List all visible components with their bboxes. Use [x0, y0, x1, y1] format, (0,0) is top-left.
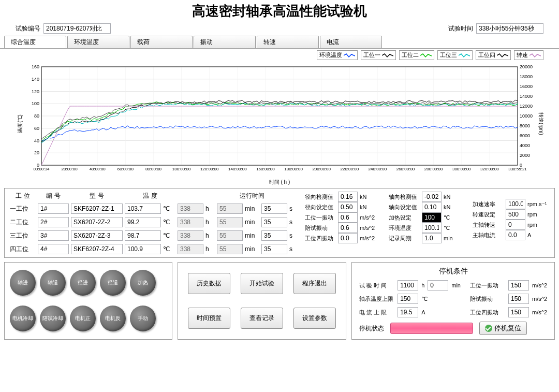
ws-model-input[interactable] [71, 244, 123, 254]
stop-row-4: 电 流 上 限A [359, 307, 461, 317]
measure-径向设定值: 径向设定值kN [305, 202, 381, 212]
stop-row-5: 工位四振动m/s^2 [470, 307, 547, 317]
cbtn-径退[interactable]: 径退 [100, 270, 126, 296]
svg-text:140: 140 [32, 77, 39, 82]
ws-s [261, 204, 287, 214]
rbtn-程序退出[interactable]: 程序退出 [293, 273, 336, 294]
stop-title: 停机条件 [359, 267, 547, 276]
tab-4[interactable]: 转速 [257, 36, 319, 48]
stop-v1[interactable] [508, 294, 529, 304]
chart-legend: 环境温度工位一工位二工位三工位四转速 [0, 49, 559, 62]
rbtn-历史数据[interactable]: 历史数据 [188, 273, 230, 294]
measure-val[interactable] [506, 230, 525, 240]
svg-text:280:00:00: 280:00:00 [424, 167, 443, 171]
tab-3[interactable]: 振动 [194, 36, 256, 48]
measure-val[interactable] [506, 220, 525, 230]
svg-text:40:00:00: 40:00:00 [90, 167, 106, 171]
measure-加热设定: 加热设定℃ [389, 212, 465, 223]
tab-1[interactable]: 环境温度 [67, 36, 129, 48]
stop-v1[interactable] [398, 307, 418, 317]
measure-val[interactable] [338, 233, 358, 243]
ws-h [178, 230, 203, 241]
ws-row-3: 四工位 ℃ h min s [10, 244, 300, 254]
measure-val[interactable] [422, 192, 442, 202]
svg-text:20:00:00: 20:00:00 [62, 167, 78, 171]
measure-val[interactable] [338, 223, 358, 233]
measure-val[interactable] [338, 212, 358, 223]
svg-text:6000: 6000 [520, 133, 530, 138]
stop-condition-panel: 停机条件 试 验 时 间hmin工位一振动m/s^2轴承温度上限℃陪试振动m/s… [351, 262, 555, 340]
ws-id-input[interactable] [38, 244, 69, 254]
rbtn-查看记录[interactable]: 查看记录 [241, 308, 283, 329]
stop-row-3: 陪试振动m/s^2 [470, 294, 547, 304]
header-bar: 试验编号 试验时间 [0, 22, 559, 36]
measure-val[interactable] [422, 223, 442, 233]
ws-model-input[interactable] [71, 204, 123, 214]
stop-status-label: 停机状态 [359, 324, 384, 333]
stop-reset-label: 停机复位 [494, 324, 521, 333]
svg-text:338:55:21: 338:55:21 [508, 167, 527, 171]
cbtn-轴进[interactable]: 轴进 [10, 270, 36, 296]
measure-val[interactable] [506, 209, 525, 220]
cbtn-陪试冷却[interactable]: 陪试冷却 [40, 306, 66, 331]
stop-row-1: 工位一振动m/s^2 [470, 280, 547, 291]
tab-2[interactable]: 载荷 [130, 36, 193, 48]
svg-text:40: 40 [34, 138, 39, 143]
measure-val[interactable] [422, 233, 442, 243]
measure-val[interactable] [422, 212, 442, 223]
cbtn-电机反[interactable]: 电机反 [100, 306, 126, 331]
status-panel: 工 位编 号型 号温 度运行时间一工位 ℃ h min s二工位 ℃ h min… [4, 188, 555, 258]
svg-text:320:00:00: 320:00:00 [480, 167, 499, 171]
test-no-label: 试验编号 [16, 24, 40, 33]
cbtn-电机冷却[interactable]: 电机冷却 [10, 306, 36, 331]
svg-text:160:00:00: 160:00:00 [256, 167, 275, 171]
svg-text:260:00:00: 260:00:00 [396, 167, 415, 171]
ws-model-input[interactable] [71, 217, 123, 227]
rbtn-设置参数[interactable]: 设置参数 [293, 308, 336, 329]
ws-id-input[interactable] [38, 217, 69, 227]
cbtn-电机正[interactable]: 电机正 [70, 306, 96, 331]
stop-status-bar [390, 323, 473, 334]
stop-v1[interactable] [398, 294, 418, 304]
measure-主轴电流: 主轴电流A [473, 230, 549, 240]
svg-text:10000: 10000 [520, 113, 533, 119]
svg-text:120:00:00: 120:00:00 [200, 167, 219, 171]
stop-reset-button[interactable]: 停机复位 [479, 322, 527, 335]
measure-val[interactable] [338, 192, 358, 202]
measure-加速速率: 加速速率rpm.s⁻¹ [473, 199, 549, 209]
cbtn-加热[interactable]: 加热 [130, 270, 156, 296]
svg-text:60:00:00: 60:00:00 [117, 167, 134, 171]
svg-text:220:00:00: 220:00:00 [340, 167, 359, 171]
cbtn-轴退[interactable]: 轴退 [40, 270, 66, 296]
test-no-input[interactable] [43, 23, 111, 34]
tab-5[interactable]: 电流 [320, 36, 382, 48]
measure- [473, 192, 549, 199]
workstation-table: 工 位编 号型 号温 度运行时间一工位 ℃ h min s二工位 ℃ h min… [10, 192, 300, 254]
ws-id-input[interactable] [38, 230, 69, 241]
stop-v1[interactable] [398, 280, 418, 291]
ws-temp-input [125, 230, 161, 241]
measure-val[interactable] [506, 199, 525, 209]
ws-model-input[interactable] [71, 230, 123, 241]
ws-pos: 三工位 [10, 231, 36, 240]
ws-temp-input [125, 204, 161, 214]
svg-text:120: 120 [32, 89, 39, 94]
ws-pos: 二工位 [10, 218, 36, 227]
rbtn-开始试验[interactable]: 开始试验 [241, 273, 283, 294]
rbtn-时间预置[interactable]: 时间预置 [188, 308, 230, 329]
stop-v1[interactable] [508, 280, 529, 291]
svg-text:转速(rpm): 转速(rpm) [538, 112, 544, 135]
measure-环境温度: 环境温度℃ [389, 223, 465, 233]
ws-row-1: 二工位 ℃ h min s [10, 217, 300, 227]
measure-val[interactable] [338, 202, 358, 212]
stop-v1[interactable] [508, 307, 529, 317]
svg-text:100:00:00: 100:00:00 [172, 167, 191, 171]
stop-v2[interactable] [428, 280, 448, 291]
cbtn-径进[interactable]: 径进 [70, 270, 96, 296]
legend-转速: 转速 [514, 50, 543, 60]
cbtn-手动[interactable]: 手动 [130, 306, 156, 331]
measure-val[interactable] [422, 202, 442, 212]
ws-id-input[interactable] [38, 204, 69, 214]
svg-text:18000: 18000 [520, 74, 533, 79]
tab-0[interactable]: 综合温度 [4, 36, 66, 48]
